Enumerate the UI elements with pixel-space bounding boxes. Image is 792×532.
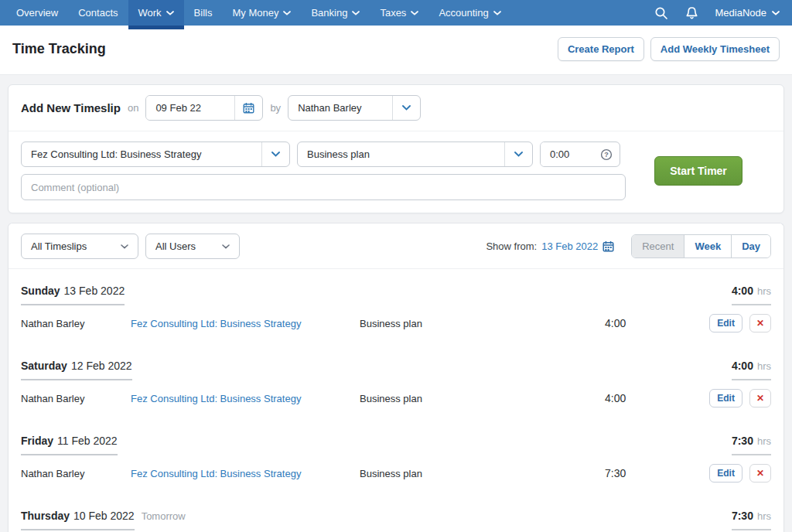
day-total-group: 7:30 hrs	[732, 510, 771, 530]
nav-item-bills[interactable]: Bills	[184, 0, 223, 26]
day-total: 7:30	[732, 510, 753, 522]
day-total-group: 4:00 hrs	[732, 285, 771, 305]
svg-text:?: ?	[604, 151, 609, 159]
timeslip-row: Nathan Barley Fez Consulting Ltd: Busine…	[21, 305, 771, 344]
day-title: Friday 11 Feb 2022	[21, 435, 118, 455]
users-filter-select[interactable]: All Users	[145, 234, 240, 259]
date-input[interactable]	[146, 96, 234, 120]
day-header: Saturday 12 Feb 2022 4:00 hrs	[21, 360, 771, 380]
by-label: by	[270, 102, 281, 114]
nav-item-overview[interactable]: Overview	[6, 0, 68, 26]
entry-time: 4:00	[559, 317, 709, 329]
view-toggle: Recent Week Day	[631, 234, 771, 258]
day-total-group: 4:00 hrs	[732, 360, 771, 380]
day-title: Saturday 12 Feb 2022	[21, 360, 132, 380]
day-date: 10 Feb 2022	[73, 510, 135, 522]
view-week-button[interactable]: Week	[684, 235, 731, 257]
project-select[interactable]: Fez Consulting Ltd: Business Strategy	[21, 142, 290, 167]
task-select[interactable]: Business plan	[297, 142, 533, 167]
day-total: 4:00	[732, 285, 753, 297]
nav-right-group: MediaNode	[654, 0, 792, 26]
delete-button[interactable]: ✕	[749, 389, 771, 408]
user-select-value: Nathan Barley	[288, 96, 392, 120]
chevron-down-icon	[411, 11, 418, 15]
account-name: MediaNode	[715, 7, 767, 19]
top-nav: Overview Contacts Work Bills My Money Ba…	[0, 0, 792, 26]
entry-project-link[interactable]: Fez Consulting Ltd: Business Strategy	[131, 468, 360, 479]
nav-item-banking[interactable]: Banking	[301, 0, 370, 26]
timeslip-row: Nathan Barley Fez Consulting Ltd: Busine…	[21, 380, 771, 419]
day-title: Sunday 13 Feb 2022	[21, 285, 125, 305]
entry-time: 7:30	[559, 467, 709, 479]
edit-button[interactable]: Edit	[709, 464, 742, 483]
show-from-date-link[interactable]: 13 Feb 2022	[541, 240, 598, 252]
entry-project-link[interactable]: Fez Consulting Ltd: Business Strategy	[131, 318, 360, 329]
day-total: 4:00	[732, 360, 753, 372]
nav-item-contacts[interactable]: Contacts	[68, 0, 128, 26]
edit-button[interactable]: Edit	[709, 314, 742, 332]
timeslip-fields: Fez Consulting Ltd: Business Strategy Bu…	[21, 142, 626, 200]
nav-item-work[interactable]: Work	[128, 0, 184, 26]
chevron-down-icon	[111, 234, 138, 258]
day-name: Sunday	[21, 285, 60, 297]
day-date: 12 Feb 2022	[71, 360, 132, 372]
chevron-down-icon	[283, 11, 291, 15]
chevron-down-icon	[493, 11, 501, 15]
add-weekly-timesheet-button[interactable]: Add Weekly Timesheet	[650, 37, 780, 61]
task-select-value: Business plan	[298, 142, 504, 166]
show-from-label: Show from:	[486, 240, 537, 252]
calendar-icon[interactable]	[603, 240, 614, 252]
day-date: 13 Feb 2022	[64, 285, 125, 297]
add-timeslip-body: Fez Consulting Ltd: Business Strategy Bu…	[9, 131, 783, 213]
page-title: Time Tracking	[12, 41, 558, 57]
edit-button[interactable]: Edit	[709, 389, 742, 408]
entry-actions: Edit ✕	[709, 464, 771, 483]
day-name: Saturday	[21, 360, 67, 372]
user-select[interactable]: Nathan Barley	[288, 95, 421, 121]
timeslips-filter-select[interactable]: All Timeslips	[21, 234, 138, 259]
time-input[interactable]	[541, 142, 593, 166]
chevron-down-icon	[166, 11, 174, 15]
users-filter-value: All Users	[146, 234, 213, 258]
entry-project-link[interactable]: Fez Consulting Ltd: Business Strategy	[131, 393, 360, 404]
account-menu[interactable]: MediaNode	[715, 7, 780, 19]
delete-button[interactable]: ✕	[749, 314, 771, 332]
project-select-value: Fez Consulting Ltd: Business Strategy	[22, 142, 261, 166]
date-field[interactable]	[145, 95, 263, 121]
hours-unit-label: hrs	[757, 285, 771, 297]
timeslip-row: Nathan Barley Fez Consulting Ltd: Busine…	[21, 455, 771, 494]
notifications-bell-icon[interactable]	[685, 6, 698, 20]
page-header: Time Tracking Create Report Add Weekly T…	[0, 26, 792, 75]
day-section: Friday 11 Feb 2022 7:30 hrs Nathan Barle…	[9, 419, 783, 494]
add-timeslip-header: Add New Timeslip on by Nathan Barley	[9, 85, 783, 131]
timeslip-field-row: Fez Consulting Ltd: Business Strategy Bu…	[21, 142, 626, 167]
on-label: on	[128, 102, 138, 114]
timeslip-list-card: All Timeslips All Users Show from: 13 Fe…	[8, 223, 784, 532]
search-icon[interactable]	[654, 6, 668, 20]
chevron-down-icon	[504, 142, 532, 166]
entry-actions: Edit ✕	[709, 314, 771, 332]
view-recent-button[interactable]: Recent	[632, 235, 684, 257]
day-total: 7:30	[732, 435, 753, 447]
entry-actions: Edit ✕	[709, 389, 771, 408]
delete-button[interactable]: ✕	[749, 464, 771, 483]
entry-task: Business plan	[360, 468, 559, 479]
start-timer-button[interactable]: Start Timer	[654, 156, 742, 186]
hours-unit-label: hrs	[757, 435, 771, 447]
help-icon[interactable]: ?	[593, 142, 620, 166]
calendar-icon[interactable]	[234, 96, 262, 120]
time-field[interactable]: ?	[540, 142, 620, 167]
day-section: Sunday 13 Feb 2022 4:00 hrs Nathan Barle…	[9, 269, 783, 344]
create-report-button[interactable]: Create Report	[558, 37, 644, 61]
nav-item-accounting[interactable]: Accounting	[428, 0, 510, 26]
view-day-button[interactable]: Day	[731, 235, 770, 257]
timeslips-filter-value: All Timeslips	[22, 234, 111, 258]
nav-item-my-money[interactable]: My Money	[222, 0, 301, 26]
entry-user: Nathan Barley	[21, 318, 131, 329]
add-timeslip-card: Add New Timeslip on by Nathan Barley Fez…	[8, 84, 784, 213]
comment-input[interactable]	[21, 174, 626, 200]
day-name: Friday	[21, 435, 53, 447]
nav-item-taxes[interactable]: Taxes	[370, 0, 428, 26]
day-header: Friday 11 Feb 2022 7:30 hrs	[21, 435, 771, 455]
day-total-group: 7:30 hrs	[732, 435, 771, 455]
